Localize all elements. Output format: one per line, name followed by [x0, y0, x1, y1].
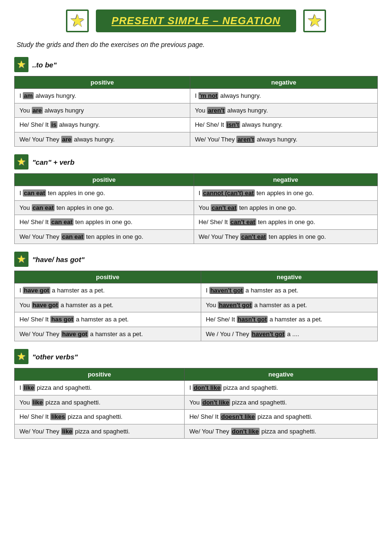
- table-row: I have got a hamster as a pet. I haven't…: [15, 283, 378, 298]
- havegot-neg-3: He/ She/ It hasn't got a hamster as a pe…: [201, 312, 377, 327]
- havegot-pos-2: You have got a hamster as a pet.: [15, 298, 201, 312]
- table-row: We/ You/ They are always hungry. We/ You…: [15, 132, 378, 147]
- header-star-right: ★: [303, 9, 326, 32]
- other-pos-4: We/ You/ They like pizza and spaghetti.: [15, 424, 185, 439]
- table-row: You can eat ten apples in one go. You ca…: [15, 200, 378, 215]
- can-pos-1: I can eat ten apples in one go.: [15, 186, 194, 201]
- to-be-neg-4: We/ You/ They aren't always hungry.: [190, 132, 377, 147]
- to-be-pos-1: I am always hungry.: [15, 89, 190, 103]
- table-can: positive negative I can eat ten apples i…: [14, 173, 378, 244]
- table-row: He/ She/ It is always hungry. He/ She/ I…: [15, 118, 378, 132]
- havegot-neg-4: We / You / They haven't got a ....: [201, 327, 377, 341]
- table-row: I am always hungry. I 'm not always hung…: [15, 89, 378, 103]
- can-pos-2: You can eat ten apples in one go.: [15, 200, 194, 215]
- table-row: We/ You/ They have got a hamster as a pe…: [15, 327, 378, 341]
- section-title-to-be: ..to be": [32, 61, 56, 69]
- table-row: We/ You/ They can eat ten apples in one …: [15, 229, 378, 244]
- section-star-otherverbs: ★: [14, 349, 28, 364]
- table-have-got: positive negative I have got a hamster a…: [14, 271, 378, 341]
- to-be-pos-3: He/ She/ It is always hungry.: [15, 118, 190, 132]
- can-pos-4: We/ You/ They can eat ten apples in one …: [15, 229, 194, 244]
- other-pos-3: He/ She/ It likes pizza and spaghetti.: [15, 410, 185, 424]
- col-header-negative-havegot: negative: [201, 271, 377, 283]
- to-be-neg-1: I 'm not always hungry.: [190, 89, 377, 103]
- col-header-positive-to-be: positive: [15, 76, 190, 89]
- col-header-negative-other: negative: [184, 368, 377, 381]
- section-otherverbs-header: ★ "other verbs": [14, 349, 378, 364]
- col-header-negative-to-be: negative: [190, 76, 377, 89]
- can-neg-2: You can't eat ten apples in one go.: [194, 200, 377, 215]
- section-title-otherverbs: "other verbs": [32, 353, 78, 361]
- table-row: I can eat ten apples in one go. I cannot…: [15, 186, 378, 201]
- other-pos-1: I like pizza and spaghetti.: [15, 381, 185, 395]
- page-header: ★ PRESENT SIMPLE – NEGATION ★: [14, 9, 378, 32]
- havegot-pos-4: We/ You/ They have got a hamster as a pe…: [15, 327, 201, 341]
- page-subtitle: Study the grids and then do the exercise…: [17, 41, 378, 48]
- section-star-to-be: ★: [14, 57, 28, 72]
- havegot-pos-1: I have got a hamster as a pet.: [15, 283, 201, 298]
- table-row: You have got a hamster as a pet. You hav…: [15, 298, 378, 312]
- other-neg-4: We/ You/ They don't like pizza and spagh…: [184, 424, 377, 439]
- table-row: We/ You/ They like pizza and spaghetti. …: [15, 424, 378, 439]
- section-title-havegot: "have/ has got": [32, 255, 84, 263]
- havegot-neg-1: I haven't got a hamster as a pet.: [201, 283, 377, 298]
- to-be-pos-4: We/ You/ They are always hungry.: [15, 132, 190, 147]
- col-header-positive-havegot: positive: [15, 271, 201, 283]
- table-row: He/ She/ It can eat ten apples in one go…: [15, 215, 378, 230]
- table-other-verbs: positive negative I like pizza and spagh…: [14, 368, 378, 439]
- havegot-pos-3: He/ She/ It has got a hamster as a pet.: [15, 312, 201, 327]
- other-neg-2: You don't like pizza and spaghetti.: [184, 395, 377, 410]
- section-star-can: ★: [14, 154, 28, 169]
- header-title-box: PRESENT SIMPLE – NEGATION: [96, 9, 296, 32]
- can-neg-3: He/ She/ It can't eat ten apples in one …: [194, 215, 377, 230]
- other-neg-3: He/ She/ It doesn't like pizza and spagh…: [184, 410, 377, 424]
- table-to-be: positive negative I am always hungry. I …: [14, 76, 378, 147]
- to-be-neg-3: He/ She/ It isn't always hungry.: [190, 118, 377, 132]
- page-title: PRESENT SIMPLE – NEGATION: [112, 15, 280, 27]
- section-to-be-header: ★ ..to be": [14, 57, 378, 72]
- can-neg-4: We/ You/ They can't eat ten apples in on…: [194, 229, 377, 244]
- can-neg-1: I cannot (can't) eat ten apples in one g…: [194, 186, 377, 201]
- table-row: You are always hungry You aren't always …: [15, 103, 378, 118]
- table-row: You like pizza and spaghetti. You don't …: [15, 395, 378, 410]
- section-title-can: "can" + verb: [32, 158, 75, 166]
- table-row: He/ She/ It likes pizza and spaghetti. H…: [15, 410, 378, 424]
- col-header-positive-other: positive: [15, 368, 185, 381]
- header-star-left: ★: [66, 9, 89, 32]
- section-can-header: ★ "can" + verb: [14, 154, 378, 169]
- table-row: I like pizza and spaghetti. I don't like…: [15, 381, 378, 395]
- to-be-pos-2: You are always hungry: [15, 103, 190, 118]
- other-neg-1: I don't like pizza and spaghetti.: [184, 381, 377, 395]
- other-pos-2: You like pizza and spaghetti.: [15, 395, 185, 410]
- havegot-neg-2: You haven't got a hamster as a pet.: [201, 298, 377, 312]
- table-row: He/ She/ It has got a hamster as a pet. …: [15, 312, 378, 327]
- section-star-havegot: ★: [14, 252, 28, 267]
- col-header-positive-can: positive: [15, 174, 194, 186]
- to-be-neg-2: You aren't always hungry.: [190, 103, 377, 118]
- col-header-negative-can: negative: [194, 174, 377, 186]
- can-pos-3: He/ She/ It can eat ten apples in one go…: [15, 215, 194, 230]
- section-havegot-header: ★ "have/ has got": [14, 252, 378, 267]
